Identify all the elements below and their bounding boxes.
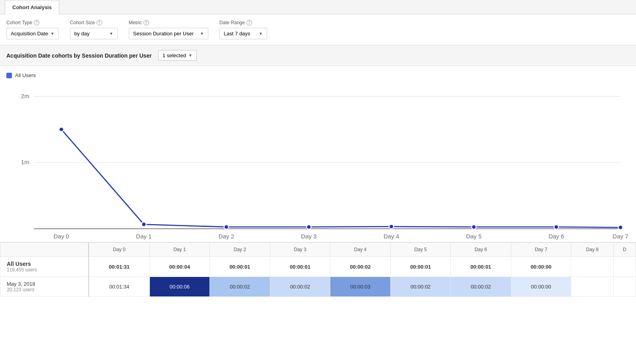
col-header-day7: Day 7 bbox=[511, 243, 571, 257]
col-header-day5: Day 5 bbox=[390, 243, 451, 257]
metric-help-icon[interactable]: ? bbox=[143, 20, 149, 25]
svg-text:Day 5: Day 5 bbox=[466, 233, 481, 240]
cohort-size-label: Cohort Size ? bbox=[70, 20, 118, 25]
all-users-day2: 00:00:01 bbox=[210, 257, 270, 277]
tab-bar: Cohort Analysis bbox=[0, 0, 636, 14]
date-range-group: Date Range ? Last 7 days ▼ bbox=[219, 20, 267, 39]
cohort-type-label: Cohort Type ? bbox=[6, 20, 59, 25]
may3-day7: 00:00:00 bbox=[511, 277, 571, 297]
cohort-type-dropdown[interactable]: Acquisition Date ▼ bbox=[6, 28, 59, 39]
selected-arrow-icon: ▼ bbox=[188, 53, 192, 58]
all-users-day4: 00:00:02 bbox=[330, 257, 391, 277]
svg-text:2m: 2m bbox=[21, 93, 29, 99]
may3-label: May 3, 2018 bbox=[7, 281, 85, 287]
all-users-day8 bbox=[571, 257, 613, 277]
svg-point-9 bbox=[389, 225, 394, 229]
date-range-arrow-icon: ▼ bbox=[259, 31, 263, 36]
metric-dropdown[interactable]: Session Duration per User ▼ bbox=[129, 28, 208, 39]
may3-name-cell: May 3, 2018 20,123 users bbox=[0, 277, 89, 297]
col-header-day0: Day 0 bbox=[89, 243, 149, 257]
all-users-day0: 00:01:31 bbox=[89, 257, 149, 277]
may3-day6: 00:00:02 bbox=[451, 277, 511, 297]
metric-group: Metric ? Session Duration per User ▼ bbox=[129, 20, 208, 39]
cohort-size-dropdown[interactable]: by day ▼ bbox=[70, 28, 118, 39]
col-header-day8: Day 8 bbox=[571, 243, 613, 257]
svg-point-10 bbox=[471, 225, 476, 229]
svg-text:Day 4: Day 4 bbox=[384, 233, 399, 240]
svg-text:1m: 1m bbox=[21, 159, 29, 166]
controls-row: Cohort Type ? Acquisition Date ▼ Cohort … bbox=[0, 14, 636, 45]
col-header-day6: Day 6 bbox=[451, 243, 511, 257]
metric-arrow-icon: ▼ bbox=[200, 31, 204, 36]
col-header-day1: Day 1 bbox=[149, 243, 210, 257]
date-range-dropdown[interactable]: Last 7 days ▼ bbox=[219, 28, 267, 39]
all-users-count: 119,455 users bbox=[7, 267, 85, 273]
svg-point-11 bbox=[554, 225, 559, 229]
line-chart: 2m 1m Day 0 Day 1 Day 2 Day 3 Day 4 Day … bbox=[6, 83, 630, 242]
svg-point-12 bbox=[618, 225, 623, 230]
table-row-all-users: All Users 119,455 users 00:01:31 00:00:0… bbox=[0, 257, 636, 277]
col-header-day3: Day 3 bbox=[270, 243, 330, 257]
may3-day3: 00:00:02 bbox=[270, 277, 330, 297]
table-section: Day 0 Day 1 Day 2 Day 3 Day 4 Day 5 Day … bbox=[0, 242, 636, 297]
selected-button[interactable]: 1 selected ▼ bbox=[158, 50, 197, 61]
may3-day0: 00:01:34 bbox=[89, 277, 149, 297]
metric-label: Metric ? bbox=[129, 20, 208, 25]
all-users-day1: 00:00:04 bbox=[149, 257, 210, 277]
table-row-may3: May 3, 2018 20,123 users 00:01:34 00:00:… bbox=[0, 277, 636, 297]
col-header-row-label bbox=[0, 243, 89, 257]
section-header: Acquisition Date cohorts by Session Dura… bbox=[0, 45, 636, 66]
svg-point-7 bbox=[224, 225, 229, 229]
svg-text:Day 1: Day 1 bbox=[136, 233, 151, 240]
chart-svg: 2m 1m Day 0 Day 1 Day 2 Day 3 Day 4 Day … bbox=[6, 83, 630, 242]
col-header-day2: Day 2 bbox=[210, 243, 270, 257]
all-users-dayx bbox=[613, 257, 636, 277]
may3-day5: 00:00:02 bbox=[390, 277, 451, 297]
col-header-day4: Day 4 bbox=[330, 243, 391, 257]
svg-point-5 bbox=[59, 127, 64, 132]
may3-day4: 00:00:03 bbox=[330, 277, 391, 297]
all-users-label: All Users bbox=[7, 261, 85, 267]
chart-area: All Users 2m 1m Day 0 Day 1 bbox=[0, 66, 636, 242]
cohort-type-arrow-icon: ▼ bbox=[50, 31, 54, 36]
all-users-day3: 00:00:01 bbox=[270, 257, 330, 277]
may3-day2: 00:00:02 bbox=[210, 277, 270, 297]
svg-text:Day 3: Day 3 bbox=[301, 233, 316, 240]
cohort-table: Day 0 Day 1 Day 2 Day 3 Day 4 Day 5 Day … bbox=[0, 242, 636, 297]
all-users-day6: 00:00:01 bbox=[451, 257, 511, 277]
legend-color-box bbox=[6, 73, 12, 78]
all-users-day5: 00:00:01 bbox=[390, 257, 451, 277]
date-range-label: Date Range ? bbox=[219, 20, 267, 25]
col-header-dayx: D bbox=[613, 243, 636, 257]
all-users-name-cell: All Users 119,455 users bbox=[0, 257, 89, 277]
cohort-type-help-icon[interactable]: ? bbox=[34, 20, 39, 25]
cohort-size-group: Cohort Size ? by day ▼ bbox=[70, 20, 118, 39]
svg-text:Day 2: Day 2 bbox=[219, 233, 234, 240]
chart-legend: All Users bbox=[6, 72, 630, 78]
may3-day8 bbox=[571, 277, 613, 297]
legend-label: All Users bbox=[15, 72, 36, 78]
section-title: Acquisition Date cohorts by Session Dura… bbox=[6, 52, 152, 59]
svg-text:Day 0: Day 0 bbox=[54, 233, 69, 240]
may3-day1: 00:00:06 bbox=[149, 277, 210, 297]
svg-point-6 bbox=[142, 222, 146, 227]
svg-text:Day 7: Day 7 bbox=[613, 233, 628, 240]
date-range-help-icon[interactable]: ? bbox=[246, 20, 252, 25]
tab-cohort-analysis[interactable]: Cohort Analysis bbox=[5, 0, 59, 14]
may3-dayx bbox=[613, 277, 636, 297]
all-users-day7: 00:00:00 bbox=[511, 257, 571, 277]
may3-count: 20,123 users bbox=[7, 287, 85, 292]
svg-point-8 bbox=[306, 225, 311, 229]
cohort-size-help-icon[interactable]: ? bbox=[97, 20, 102, 25]
cohort-size-arrow-icon: ▼ bbox=[109, 31, 113, 36]
svg-text:Day 6: Day 6 bbox=[549, 233, 564, 240]
table-header-row: Day 0 Day 1 Day 2 Day 3 Day 4 Day 5 Day … bbox=[0, 243, 636, 257]
cohort-type-group: Cohort Type ? Acquisition Date ▼ bbox=[6, 20, 59, 39]
